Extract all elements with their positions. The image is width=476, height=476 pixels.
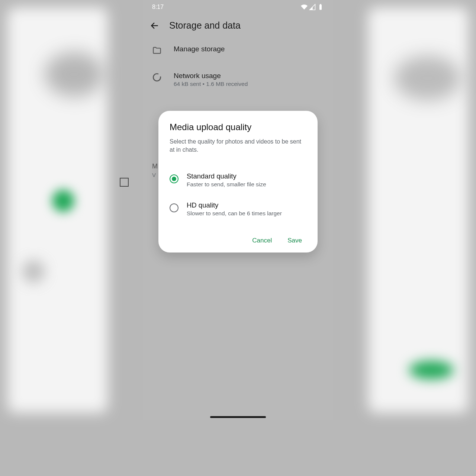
media-upload-quality-dialog: Media upload quality Select the quality … [158, 111, 318, 253]
app-bar: Storage and data [143, 14, 333, 37]
obscured-icon [120, 178, 129, 187]
list-item-label: Network usage [174, 72, 248, 80]
wifi-icon [301, 4, 308, 10]
home-indicator[interactable] [210, 416, 266, 418]
list-item-manage-storage[interactable]: Manage storage [143, 37, 333, 64]
back-arrow-icon[interactable] [150, 21, 160, 30]
blur-blob [45, 52, 104, 97]
svg-rect-1 [320, 4, 321, 5]
save-button[interactable]: Save [287, 237, 302, 244]
list-item-subtitle: 64 kB sent • 1.6 MB received [174, 81, 248, 87]
signal-icon [309, 4, 316, 10]
svg-rect-0 [319, 4, 322, 10]
option-standard-quality[interactable]: Standard quality Faster to send, smaller… [170, 172, 306, 188]
radio-selected-icon[interactable] [170, 174, 178, 183]
data-usage-icon [152, 73, 162, 82]
dialog-description: Select the quality for photos and videos… [170, 138, 306, 154]
svg-point-2 [153, 74, 161, 81]
radio-unselected-icon[interactable] [170, 203, 178, 212]
option-title: Standard quality [187, 172, 266, 180]
option-subtitle: Faster to send, smaller file size [187, 181, 266, 188]
blur-blob [394, 56, 461, 100]
blur-blob [22, 260, 45, 283]
status-bar: 8:17 [143, 0, 333, 14]
blur-blob [52, 190, 74, 212]
list-item-label: Manage storage [174, 45, 225, 53]
folder-icon [152, 46, 162, 55]
status-indicators [301, 4, 324, 10]
list-item-network-usage[interactable]: Network usage 64 kB sent • 1.6 MB receiv… [143, 64, 333, 96]
option-subtitle: Slower to send, can be 6 times larger [187, 210, 282, 217]
page-title: Storage and data [169, 20, 241, 31]
option-hd-quality[interactable]: HD quality Slower to send, can be 6 time… [170, 201, 306, 217]
dialog-title: Media upload quality [170, 122, 306, 132]
cancel-button[interactable]: Cancel [252, 237, 272, 244]
blur-blob [409, 361, 454, 379]
battery-icon [317, 4, 324, 10]
status-time: 8:17 [152, 4, 164, 10]
option-title: HD quality [187, 201, 282, 209]
